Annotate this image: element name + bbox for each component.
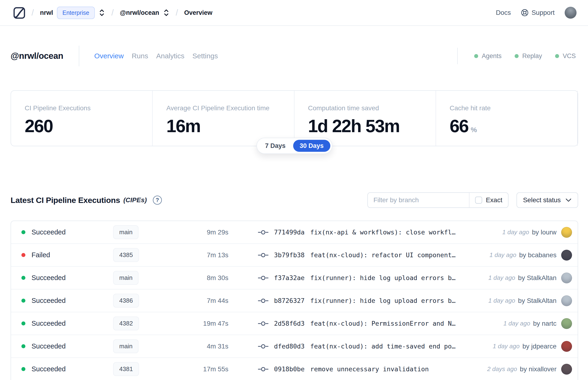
commit-message: fix(runner): hide log upload errors b… [310, 274, 455, 282]
cipe-row[interactable]: Succeeded 4382 19m 47s 2d58f6d3 feat(nx-… [11, 312, 578, 335]
author-avatar[interactable] [561, 364, 572, 375]
cipes-table: Succeeded main 9m 29s 771499da fix(nx-ap… [11, 221, 578, 380]
org-switcher-chevron-icon[interactable] [98, 9, 105, 17]
workspace-switcher-chevron-icon[interactable] [163, 9, 170, 17]
status-cell: Succeeded [21, 320, 113, 327]
author-avatar[interactable] [561, 341, 572, 352]
author-avatar[interactable] [561, 295, 572, 306]
commit-cell: 0918b0be remove unnecessary invalidation [258, 365, 487, 373]
duration: 4m 31s [172, 342, 228, 350]
cipe-rows: Succeeded main 9m 29s 771499da fix(nx-ap… [11, 221, 578, 380]
workspace-header: @nrwl/ocean Overview Runs Analytics Sett… [0, 45, 588, 67]
time-ago: 1 day ago [493, 342, 520, 350]
commit-hash[interactable]: 3b79fb38 [274, 251, 304, 259]
divider [457, 48, 458, 64]
cipes-filters: Exact Select status [367, 192, 578, 208]
workspace-name[interactable]: @nrwl/ocean [120, 9, 159, 17]
time-ago: 1 day ago [503, 320, 530, 327]
git-commit-icon [258, 343, 268, 349]
duration: 9m 29s [172, 228, 228, 236]
branch-badge[interactable]: 4385 [113, 248, 139, 262]
cipe-row[interactable]: Succeeded 4381 17m 55s 0918b0be remove u… [11, 358, 578, 380]
integration-agents[interactable]: Agents [474, 53, 501, 60]
stats-cards: CI Pipeline Executions 260 Average CI Pi… [11, 90, 578, 146]
tab-analytics[interactable]: Analytics [156, 52, 184, 60]
cipes-header: Latest CI Pipeline Executions (CIPEs) ? … [11, 192, 578, 208]
commit-message: fix(runner): hide log upload errors b… [310, 297, 455, 304]
branch-cell: main [113, 225, 172, 239]
lifebuoy-icon [521, 9, 529, 17]
commit-hash[interactable]: 0918b0be [274, 365, 304, 373]
status-dot-icon [555, 54, 559, 58]
tab-runs[interactable]: Runs [132, 52, 148, 60]
integration-vcs[interactable]: VCS [555, 53, 576, 60]
org-name[interactable]: nrwl [40, 9, 53, 17]
breadcrumb-workspace[interactable]: @nrwl/ocean [120, 9, 170, 17]
status-label: Succeeded [32, 320, 66, 327]
breadcrumb-org[interactable]: nrwl Enterprise [40, 7, 105, 19]
stat-label: CI Pipeline Executions [25, 104, 152, 112]
commit-cell: dfed80d3 feat(nx-cloud): add time-saved … [258, 342, 493, 350]
status-cell: Failed [21, 251, 113, 259]
exact-checkbox[interactable] [475, 197, 482, 204]
branch-badge[interactable]: main [113, 271, 138, 285]
git-commit-icon [258, 275, 268, 281]
exact-toggle[interactable]: Exact [469, 193, 508, 208]
commit-hash[interactable]: 771499da [274, 228, 304, 236]
branch-cell: 4381 [113, 362, 172, 376]
commit-message: fix(nx-api & workflows): close workfl… [310, 228, 455, 236]
git-commit-icon [258, 298, 268, 304]
branch-cell: 4385 [113, 248, 172, 262]
help-icon[interactable]: ? [153, 196, 162, 205]
branch-badge[interactable]: 4381 [113, 362, 139, 376]
commit-hash[interactable]: 2d58f6d3 [274, 320, 304, 327]
author: by nartc [533, 320, 556, 327]
support-link[interactable]: Support [521, 9, 555, 17]
user-avatar[interactable] [565, 7, 577, 19]
meta-cell: 1 day ago by lourw [502, 227, 572, 238]
commit-hash[interactable]: b8726327 [274, 297, 304, 304]
branch-badge[interactable]: 4386 [113, 294, 139, 307]
status-cell: Succeeded [21, 274, 113, 282]
cipe-row[interactable]: Succeeded main 8m 30s f37a32ae fix(runne… [11, 267, 578, 289]
range-7-days[interactable]: 7 Days [259, 140, 292, 152]
author-avatar[interactable] [561, 250, 572, 261]
cipes-title: Latest CI Pipeline Executions [11, 196, 120, 205]
cipe-row[interactable]: Failed 4385 7m 13s 3b79fb38 feat(nx-clou… [11, 244, 578, 267]
workspace-tabs: Overview Runs Analytics Settings [94, 52, 218, 60]
author-avatar[interactable] [561, 272, 572, 283]
branch-filter-input[interactable] [368, 193, 469, 208]
branch-badge[interactable]: main [113, 339, 138, 353]
git-commit-icon [258, 321, 268, 327]
stat-card-executions: CI Pipeline Executions 260 [11, 91, 153, 146]
branch-cell: main [113, 271, 172, 285]
cipe-row[interactable]: Succeeded main 9m 29s 771499da fix(nx-ap… [11, 221, 578, 244]
cipe-row[interactable]: Succeeded 4386 7m 44s b8726327 fix(runne… [11, 289, 578, 312]
nx-cloud-logo-icon[interactable] [13, 6, 25, 19]
branch-badge[interactable]: 4382 [113, 317, 139, 330]
tab-settings[interactable]: Settings [192, 52, 218, 60]
author-avatar[interactable] [561, 227, 572, 238]
nx-cloud-dashboard: / nrwl Enterprise / @nrwl/ocean / Overvi… [0, 0, 588, 380]
commit-hash[interactable]: f37a32ae [274, 274, 304, 282]
author: by bcabanes [519, 251, 556, 259]
author-avatar[interactable] [561, 318, 572, 329]
date-range-toggle: 7 Days 30 Days [256, 138, 332, 154]
breadcrumb-page: Overview [184, 9, 212, 17]
commit-hash[interactable]: dfed80d3 [274, 342, 304, 350]
range-30-days[interactable]: 30 Days [293, 140, 330, 152]
branch-filter-group: Exact [367, 192, 509, 208]
tab-overview[interactable]: Overview [94, 52, 124, 60]
cipe-row[interactable]: Succeeded main 4m 31s dfed80d3 feat(nx-c… [11, 335, 578, 358]
branch-badge[interactable]: main [113, 225, 138, 239]
status-dot-icon [21, 367, 25, 371]
integration-replay[interactable]: Replay [515, 53, 542, 60]
duration: 17m 55s [172, 365, 228, 373]
commit-cell: f37a32ae fix(runner): hide log upload er… [258, 274, 488, 282]
status-select-label: Select status [523, 196, 561, 204]
commit-cell: b8726327 fix(runner): hide log upload er… [258, 297, 488, 304]
author: by jdpearce [522, 342, 556, 350]
status-select[interactable]: Select status [516, 192, 578, 208]
status-cell: Succeeded [21, 228, 113, 236]
docs-link[interactable]: Docs [496, 9, 511, 17]
